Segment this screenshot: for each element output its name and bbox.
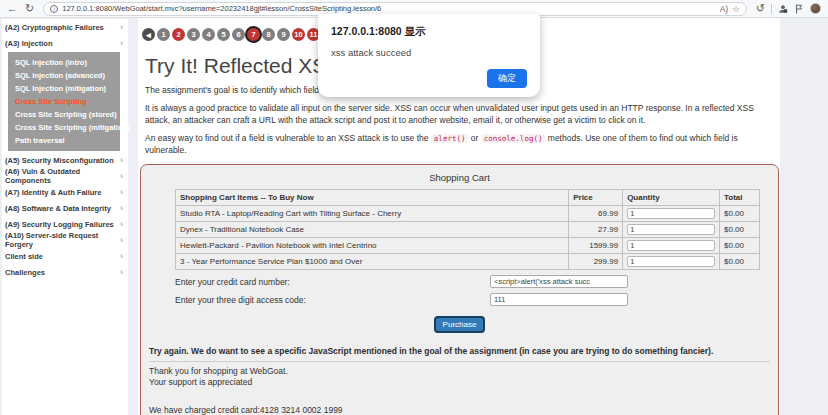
sidebar-item-label: (A2) Cryptographic Failures <box>5 23 104 32</box>
attack-output-line: Your support is appreciated <box>147 377 772 388</box>
sidebar-item-a10-server-side-request-forgery[interactable]: (A10) Server-side Request Forgery › <box>2 232 128 248</box>
sidebar-item-label: (A8) Software & Data Integrity <box>5 204 111 213</box>
favorite-star-icon[interactable]: ☆ <box>732 4 740 14</box>
sidebar-item-client-side[interactable]: Client side › <box>2 248 128 264</box>
chevron-right-icon: › <box>120 22 123 32</box>
column-header-total: Total <box>720 190 760 206</box>
reload-icon[interactable]: ↻ <box>25 3 34 14</box>
sidebar-item-sql-injection-advanced[interactable]: SQL Injection (advanced) <box>8 69 120 82</box>
toolbar-right-icons: ↺ <box>756 3 821 14</box>
attack-output-line: We have charged credit card:4128 3214 00… <box>147 405 772 415</box>
shopping-cart-title: Shopping Cart <box>147 172 772 183</box>
item-price-cell: 1599.99 <box>569 238 623 254</box>
chevron-right-icon: › <box>120 187 123 197</box>
attack-output-line: Thank you for shopping at WebGoat. <box>147 366 772 377</box>
page-button-7-current[interactable]: 7 <box>247 28 260 41</box>
sidebar-item-cross-site-scripting[interactable]: Cross Site Scripting <box>8 95 120 108</box>
purchase-button-row: Purchase <box>175 313 744 333</box>
table-row: Hewlett-Packard - Pavilion Notebook with… <box>176 238 760 254</box>
shopping-cart-form: Shopping Cart Items -- To Buy Now Price … <box>175 189 744 333</box>
purchase-button[interactable]: Purchase <box>434 316 486 333</box>
lesson-paragraph-hint: An easy way to find out if a field is vu… <box>145 133 773 157</box>
sidebar-item-a6-vuln-outdated-components[interactable]: (A6) Vuln & Outdated Components › <box>2 168 128 184</box>
sidebar-item-label: (A10) Server-side Request Forgery <box>5 231 120 249</box>
feedback-divider <box>149 361 770 362</box>
page-button-2[interactable]: 2 <box>172 28 185 41</box>
lesson-paragraph-explanation: It is always a good practice to validate… <box>145 103 773 127</box>
sidebar-item-sql-injection-intro[interactable]: SQL Injection (intro) <box>8 56 120 69</box>
dialog-message: xss attack succeed <box>331 47 527 58</box>
quantity-input[interactable] <box>627 240 715 251</box>
quantity-input[interactable] <box>627 256 715 267</box>
js-alert-dialog: 127.0.0.1:8080 显示 xss attack succeed 确定 <box>318 14 540 97</box>
page-button-9[interactable]: 9 <box>277 28 290 41</box>
item-total-cell: $0.00 <box>720 222 760 238</box>
table-row: Studio RTA - Laptop/Reading Cart with Ti… <box>176 206 760 222</box>
table-row: Dynex - Traditional Notebook Case 27.99 … <box>176 222 760 238</box>
cart-table: Shopping Cart Items -- To Buy Now Price … <box>175 189 760 270</box>
attack-feedback-message: Try again. We do want to see a specific … <box>147 346 772 357</box>
sidebar-item-a7-identity-auth-failure[interactable]: (A7) Identity & Auth Failure › <box>2 184 128 200</box>
extension-flag-icon[interactable] <box>794 4 804 14</box>
item-price-cell: 27.99 <box>569 222 623 238</box>
site-info-icon[interactable]: i <box>50 5 58 13</box>
profile-badge-icon[interactable] <box>778 4 788 14</box>
chevron-right-icon: › <box>120 155 123 165</box>
lesson-sidebar: (A2) Cryptographic Failures › (A3) Injec… <box>2 19 128 415</box>
quantity-input[interactable] <box>627 208 715 219</box>
sidebar-item-a2-cryptographic-failures[interactable]: (A2) Cryptographic Failures › <box>2 19 128 35</box>
page-button-1[interactable]: 1 <box>157 28 170 41</box>
sidebar-item-sql-injection-mitigation[interactable]: SQL Injection (mitigation) <box>8 82 120 95</box>
access-code-row: Enter your three digit access code: <box>175 293 744 306</box>
previous-page-button[interactable]: ◂ <box>142 28 155 41</box>
sidebar-item-label: Challenges <box>5 268 45 277</box>
credit-card-row: Enter your credit card number: <box>175 275 744 288</box>
page-button-10[interactable]: 10 <box>292 28 305 41</box>
sidebar-item-cross-site-scripting-stored[interactable]: Cross Site Scripting (stored) <box>8 108 120 121</box>
quantity-input[interactable] <box>627 224 715 235</box>
page-button-6[interactable]: 6 <box>232 28 245 41</box>
access-code-input[interactable] <box>490 293 628 306</box>
toolbar-divider <box>771 4 772 14</box>
credit-card-input[interactable] <box>490 275 628 288</box>
item-price-cell: 299.99 <box>569 254 623 270</box>
column-header-quantity: Quantity <box>623 190 720 206</box>
console-log-code-snippet: console.log() <box>481 134 546 143</box>
sidebar-item-label: (A5) Security Misconfiguration <box>5 156 114 165</box>
read-aloud-icon[interactable]: A) <box>720 4 729 14</box>
sidebar-item-a3-injection[interactable]: (A3) Injection › <box>2 35 128 51</box>
page-button-4[interactable]: 4 <box>202 28 215 41</box>
column-header-price: Price <box>569 190 623 206</box>
item-total-cell: $0.00 <box>720 206 760 222</box>
sidebar-item-label: (A3) Injection <box>5 39 53 48</box>
page-button-3[interactable]: 3 <box>187 28 200 41</box>
credit-card-label: Enter your credit card number: <box>175 277 490 287</box>
sidebar-item-a9-security-logging-failures[interactable]: (A9) Security Logging Failures › <box>2 216 128 232</box>
sidebar-item-a5-security-misconfiguration[interactable]: (A5) Security Misconfiguration › <box>2 152 128 168</box>
back-icon[interactable]: ← <box>7 3 18 14</box>
sidebar-item-a8-software-data-integrity[interactable]: (A8) Software & Data Integrity › <box>2 200 128 216</box>
dialog-button-row: 确定 <box>331 67 527 88</box>
dialog-ok-button[interactable]: 确定 <box>487 69 527 88</box>
url-text: 127.0.0.1:8080/WebGoat/start.mvc?usernam… <box>62 4 715 13</box>
sync-icon[interactable]: ↺ <box>756 3 765 14</box>
chevron-right-icon: › <box>120 171 123 181</box>
cart-table-header-row: Shopping Cart Items -- To Buy Now Price … <box>176 190 760 206</box>
page-button-8[interactable]: 8 <box>262 28 275 41</box>
table-row: 3 - Year Performance Service Plan $1000 … <box>176 254 760 270</box>
sidebar-item-challenges[interactable]: Challenges › <box>2 264 128 280</box>
sidebar-item-cross-site-scripting-mitigation[interactable]: Cross Site Scripting (mitigation) <box>8 121 120 134</box>
item-name-cell: Studio RTA - Laptop/Reading Cart with Ti… <box>176 206 569 222</box>
chevron-right-icon: › <box>120 38 123 48</box>
item-name-cell: 3 - Year Performance Service Plan $1000 … <box>176 254 569 270</box>
sidebar-item-path-traversal[interactable]: Path traversal <box>8 134 120 147</box>
browser-profile-avatar[interactable] <box>810 3 821 14</box>
dialog-title: 127.0.0.1:8080 显示 <box>331 25 527 39</box>
hint-text: An easy way to find out if a field is vu… <box>145 133 431 143</box>
hint-text: or <box>468 133 480 143</box>
page-button-5[interactable]: 5 <box>217 28 230 41</box>
chevron-right-icon: › <box>120 267 123 277</box>
injection-submenu: SQL Injection (intro) SQL Injection (adv… <box>8 52 120 151</box>
sidebar-item-label: (A9) Security Logging Failures <box>5 220 114 229</box>
attack-panel: Shopping Cart Shopping Cart Items -- To … <box>140 164 779 415</box>
